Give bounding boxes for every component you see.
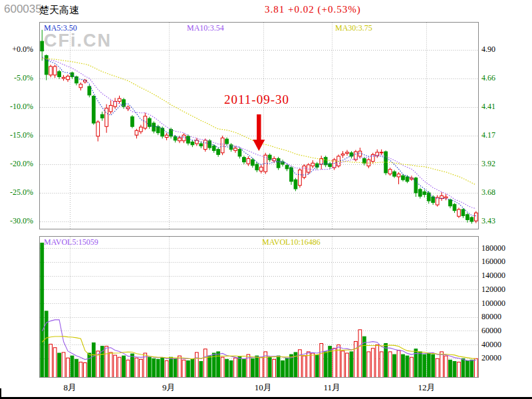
candle (105, 108, 108, 127)
candle (217, 150, 220, 155)
volume-bar (303, 356, 306, 377)
candle (277, 158, 280, 168)
volume-bar (299, 350, 302, 378)
volume-bar (462, 358, 465, 377)
volume-bar (281, 360, 285, 377)
volume-bar (320, 344, 323, 378)
candle (92, 96, 95, 123)
volume-bar (277, 356, 280, 377)
volume-bar (388, 352, 392, 378)
volume-bar (126, 360, 130, 377)
volume-bar (432, 354, 435, 377)
chart-canvas (0, 0, 532, 399)
volume-bar (371, 348, 374, 378)
candle (418, 190, 422, 196)
candle (281, 162, 285, 164)
volume-axis-tick: 120000 (481, 285, 505, 295)
candle (140, 127, 143, 132)
price-axis-tick: 3.43 (481, 216, 495, 226)
volume-bar (229, 360, 233, 377)
candle (406, 177, 409, 182)
candle (203, 140, 207, 150)
candle (234, 148, 237, 150)
candle (474, 213, 477, 221)
volume-bar (92, 342, 95, 377)
candle (462, 209, 465, 215)
candle (402, 176, 405, 180)
candle (170, 130, 173, 136)
volume-bar (140, 359, 143, 377)
percent-axis-tick: -10.0% (0, 102, 33, 112)
candle (70, 72, 74, 76)
volume-axis-tick: 40000 (481, 340, 501, 350)
candle (109, 105, 112, 111)
candle (191, 142, 194, 144)
volume-bar (217, 352, 220, 378)
volume-axis-tick: 60000 (481, 326, 501, 336)
candle (423, 192, 426, 194)
stock-chart-window: 600035 楚天高速 3.81 +0.02 (+0.53%) CFi.CN M… (0, 0, 532, 399)
volume-axis-tick: 80000 (481, 312, 501, 322)
candle (114, 101, 117, 106)
volume-bar (384, 344, 388, 378)
volume-bar (410, 357, 414, 377)
volume-bar (131, 354, 134, 377)
candle (307, 165, 310, 172)
volume-bar (406, 356, 409, 377)
candle (290, 168, 293, 182)
volume-bar (376, 345, 379, 378)
volume-bar (135, 358, 138, 377)
panel-borders (40, 23, 479, 378)
volume-bar (191, 359, 194, 377)
ma5-value-label: MA5:3.50 (44, 23, 77, 33)
volume-bar (221, 357, 224, 377)
candle (470, 217, 473, 221)
volume-bar (402, 354, 405, 377)
candle (453, 204, 456, 210)
volume-bar (259, 357, 263, 377)
volume-bar (341, 351, 344, 378)
ma10-value-label: MA10:3.54 (187, 23, 224, 33)
volume-bar (423, 354, 426, 377)
candle (427, 193, 430, 201)
volume-bar (49, 344, 53, 378)
candle (362, 158, 366, 163)
candle (358, 151, 362, 156)
volume-bar (397, 350, 400, 378)
bottom-left-window-edge (0, 388, 1, 399)
candle (388, 170, 392, 174)
candle (178, 138, 182, 140)
candle (354, 152, 358, 160)
month-axis-label: 8月 (50, 382, 90, 394)
volume-bar (203, 349, 207, 378)
volume-bar (79, 362, 82, 377)
candle (144, 116, 147, 128)
mavol10-value-label: MAVOL10:16486 (262, 237, 321, 247)
candle (62, 77, 65, 78)
volume-bar (84, 363, 87, 378)
volume-bar (255, 356, 259, 377)
volume-bar (418, 352, 422, 378)
candle (221, 138, 224, 152)
candle (66, 76, 70, 80)
volume-bar (358, 330, 362, 378)
candle (161, 128, 164, 136)
candle (165, 135, 168, 137)
volume-bar (187, 360, 190, 377)
candle (75, 76, 78, 82)
candle (174, 137, 177, 140)
candle (195, 140, 198, 144)
month-axis-label: 12月 (406, 382, 446, 394)
volume-bar (393, 354, 396, 377)
volume-bar (195, 352, 198, 378)
candle (341, 154, 344, 156)
volume-bar (324, 352, 327, 378)
volume-axis-tick: 100000 (481, 299, 505, 309)
percent-axis-tick: -30.0% (0, 216, 33, 226)
candle (397, 174, 400, 177)
candle (79, 84, 82, 88)
volume-bar (367, 352, 370, 378)
candle (238, 150, 241, 156)
candle (200, 144, 203, 146)
volume-bar (58, 353, 61, 377)
